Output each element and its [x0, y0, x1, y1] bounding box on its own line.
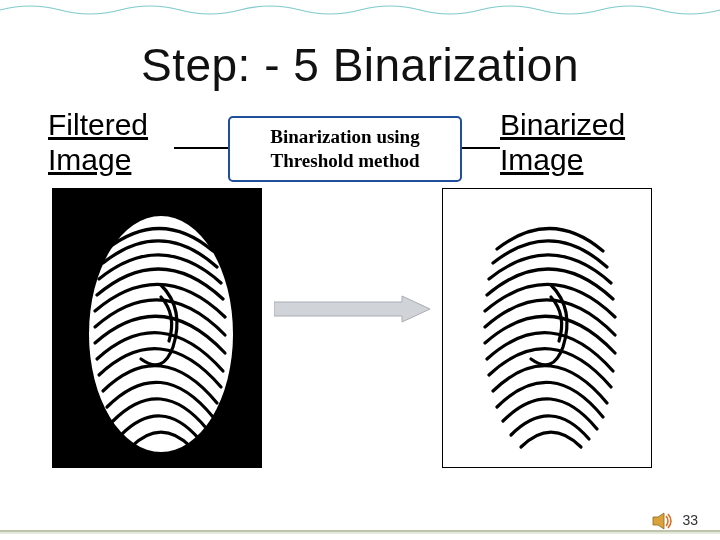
label-filtered-image: Filtered Image	[48, 108, 148, 177]
filtered-image-panel	[52, 188, 262, 468]
bottom-rule	[0, 530, 720, 534]
label-filtered-image-text: Filtered Image	[48, 108, 148, 176]
slide-title: Step: - 5 Binarization	[0, 38, 720, 92]
svg-rect-2	[443, 189, 651, 467]
label-binarized-image-text: Binarized Image	[500, 108, 625, 176]
top-decorative-scribble	[0, 0, 720, 20]
method-box: Binarization using Threshold method	[228, 116, 462, 182]
page-number: 33	[682, 512, 698, 528]
method-box-line2: Threshold method	[270, 149, 419, 173]
speaker-icon	[652, 512, 674, 530]
svg-marker-4	[653, 513, 664, 529]
method-box-line1: Binarization using	[270, 125, 419, 149]
connector-line-right	[458, 147, 500, 149]
binarized-image-panel	[442, 188, 652, 468]
arrow-right-icon	[274, 294, 430, 324]
connector-line-left	[174, 147, 228, 149]
label-binarized-image: Binarized Image	[500, 108, 625, 177]
svg-marker-3	[274, 296, 430, 322]
